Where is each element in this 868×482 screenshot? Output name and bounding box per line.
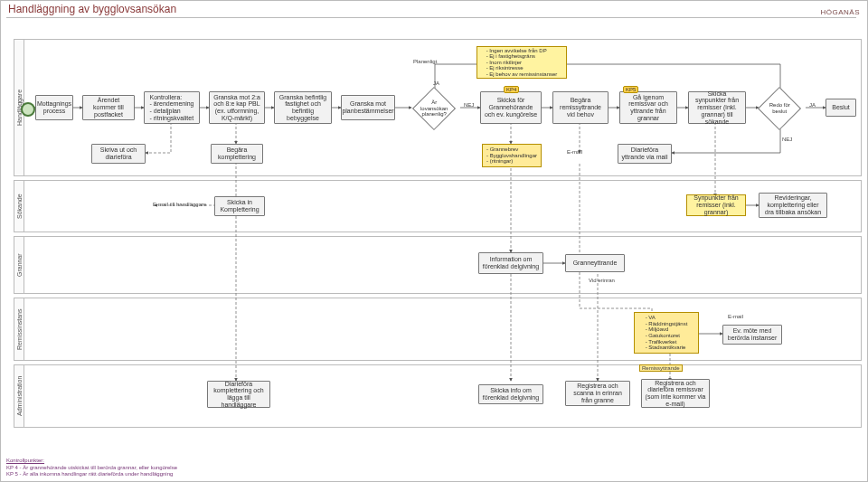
n-gaigenom: Gå igenom remissvar och yttrande från gr… — [619, 91, 677, 124]
n-grannebrev: - Grannebrev - Bygglovshandlingar - (rit… — [482, 144, 542, 167]
n-grannehorande: Skicka för Grannehörande och ev. kungöre… — [480, 91, 542, 124]
n-postfacket: Ärendet kommer till postfacket — [82, 95, 135, 120]
n-kontrollera: Kontrollera: - ärendemening - detaljplan… — [144, 91, 200, 124]
r-instanser: - VA - Räddningstjänst - Miljöavd - Gatu… — [634, 312, 699, 354]
lbl-ja2: JA — [809, 102, 816, 108]
q1-label: Är lovansökan planenlig? — [420, 99, 448, 118]
lbl-nej2: NEJ — [782, 137, 792, 142]
lbl-email-handl: E-mail till handläggare — [153, 202, 206, 207]
n-pbl: Granska mot 2:a och 8:e kap PBL (ex. utf… — [209, 91, 265, 124]
n-befintlig: Granska befintlig fastighet och befintli… — [274, 91, 332, 124]
a-skicka-info: Skicka info om förenklad delgivning — [478, 384, 543, 404]
lane-label-5: Administration — [14, 364, 24, 428]
n-mottagning: Mottagnings process — [35, 95, 73, 120]
lane-label-4: Remissinstans — [14, 298, 24, 361]
a-reg-erinran: Registrera och scanna in erinran från gr… — [565, 381, 630, 406]
g-granneyttr: Granneyttrande — [565, 254, 625, 272]
title-rule — [6, 17, 856, 18]
lbl-email2: E-mail — [728, 314, 743, 319]
n-diariefora: Skriva ut och diarieföra — [91, 144, 146, 164]
footnote-head: Kontrollpunkter: — [6, 458, 44, 463]
n-planbest: Granska mot planbestämmelser — [341, 95, 395, 120]
page: Handläggning av bygglovsansökan HÖGANÄS … — [0, 0, 868, 482]
footnote: Kontrollpunkter: KP 4 - Är grannehörande… — [6, 458, 177, 477]
g-info-delgiv: Information om förenklad delgivning — [478, 252, 543, 274]
footnote-kp5: KP 5 - Är alla inkomna handlingar rätt d… — [6, 471, 173, 477]
lane-grannar: Grannar — [14, 236, 862, 294]
lane-label-3: Grannar — [14, 236, 24, 294]
lbl-nej: NEJ — [464, 102, 474, 108]
n-diarie-mail: Diarieföra yttrande via mail — [618, 144, 672, 164]
start-event — [21, 102, 35, 117]
n-skicka-synp: Skicka synpunkter från remisser (inkl. g… — [688, 91, 746, 124]
n-komplettering: Begära komplettering — [211, 144, 263, 164]
lane-label-2: Sökande — [14, 180, 24, 232]
page-title: Handläggning av bygglovsansökan — [8, 3, 176, 15]
kp5-badge: KP5 — [623, 86, 638, 93]
lbl-vid-erinran: Vid erinran — [589, 278, 615, 283]
cond-box: - Ingen avvikelse från DP - Ej i fastigh… — [476, 46, 567, 79]
s-synpunkter: Synpunkter från remisser (inkl. grannar) — [686, 194, 746, 216]
a-reg-remiss: Registrera och diarieföra remissvar (som… — [641, 379, 710, 408]
q2-label: Redo för beslut — [768, 102, 791, 114]
kp4-badge: KP4 — [504, 86, 519, 93]
s-revideringar: Revideringar, komplettering eller dra ti… — [759, 193, 827, 218]
footnote-kp4: KP 4 - Är grannehörande utskickat till b… — [6, 465, 177, 470]
lane-admin: Administration — [14, 364, 862, 428]
lbl-email: E-mail — [567, 149, 582, 155]
n-beslut: Beslut — [826, 99, 856, 117]
a-diarie-kompl: Diarieföra komplettering och lägga till … — [207, 381, 270, 408]
lbl-remissyttr: Remissyttrande — [639, 364, 683, 372]
lbl-planenligt: Planenligt — [413, 59, 437, 64]
s-skicka-kompl: Skicka in Komplettering — [214, 196, 265, 216]
n-remissbegar: Begära remissyttrande vid behov — [552, 91, 609, 124]
r-mote: Ev. möte med berörda instanser — [722, 325, 782, 345]
lbl-ja: JA — [433, 80, 439, 86]
brand-label: HÖGANÄS — [820, 8, 860, 16]
